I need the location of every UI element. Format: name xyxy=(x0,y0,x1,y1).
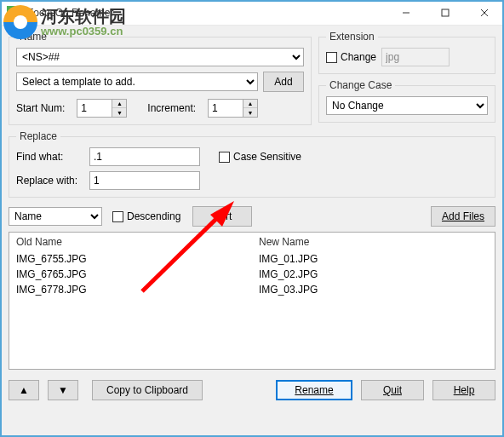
increment-input[interactable] xyxy=(208,99,243,118)
close-button[interactable] xyxy=(465,0,504,25)
replace-with-label: Replace with: xyxy=(16,175,83,187)
spin-up-icon[interactable]: ▲ xyxy=(112,100,126,108)
find-what-label: Find what: xyxy=(16,151,83,163)
sort-field-select[interactable]: Name xyxy=(9,207,102,226)
spin-down-icon[interactable]: ▼ xyxy=(112,108,126,117)
start-num-label: Start Num: xyxy=(16,102,65,114)
list-item[interactable]: IMG_02.JPG xyxy=(259,267,488,282)
name-group: Name <NS>## Select a template to add. Ad… xyxy=(9,31,312,125)
svg-rect-1 xyxy=(442,9,449,16)
rename-button[interactable]: Rename xyxy=(276,380,352,400)
find-what-input[interactable] xyxy=(89,147,200,166)
extension-input xyxy=(381,48,450,66)
triangle-down-icon: ▼ xyxy=(58,384,68,396)
replace-group: Replace Find what: Case Sensitive Replac… xyxy=(9,130,495,198)
list-item[interactable]: IMG_6778.JPG xyxy=(16,282,245,297)
list-item[interactable]: IMG_01.JPG xyxy=(259,251,488,267)
extension-group: Extension Change xyxy=(318,31,495,74)
triangle-up-icon: ▲ xyxy=(19,384,29,396)
list-item[interactable]: IMG_6755.JPG xyxy=(16,251,245,267)
increment-label: Increment: xyxy=(147,102,196,114)
descending-checkbox[interactable]: Descending xyxy=(112,210,180,222)
change-case-select[interactable]: No Change xyxy=(326,96,488,115)
add-template-button[interactable]: Add xyxy=(263,72,304,92)
change-ext-checkbox[interactable]: Change xyxy=(326,51,376,63)
replace-with-input[interactable] xyxy=(89,171,200,190)
start-num-spinner[interactable]: ▲▼ xyxy=(77,99,127,118)
replace-group-legend: Replace xyxy=(16,130,60,142)
file-list[interactable]: Old Name IMG_6755.JPG IMG_6765.JPG IMG_6… xyxy=(9,232,495,370)
case-sensitive-checkbox[interactable]: Case Sensitive xyxy=(219,151,301,163)
move-down-button[interactable]: ▼ xyxy=(48,380,78,400)
quit-button[interactable]: Quit xyxy=(361,380,424,400)
new-name-header: New Name xyxy=(259,236,488,248)
title-bar: RE FocusOn Renamer xyxy=(0,0,504,26)
start-num-input[interactable] xyxy=(77,99,112,118)
increment-spinner[interactable]: ▲▼ xyxy=(208,99,258,118)
extension-group-legend: Extension xyxy=(326,31,378,43)
template-select[interactable]: Select a template to add. xyxy=(16,72,258,91)
move-up-button[interactable]: ▲ xyxy=(9,380,39,400)
name-group-legend: Name xyxy=(16,31,50,43)
sort-button[interactable]: Sort xyxy=(192,206,252,227)
spin-down-icon[interactable]: ▼ xyxy=(243,108,257,117)
maximize-button[interactable] xyxy=(426,0,465,25)
list-item[interactable]: IMG_6765.JPG xyxy=(16,267,245,282)
minimize-button[interactable] xyxy=(387,0,426,25)
copy-clipboard-button[interactable]: Copy to Clipboard xyxy=(92,380,203,400)
change-case-legend: Change Case xyxy=(326,79,395,91)
add-files-button[interactable]: Add Files xyxy=(431,206,495,227)
window-title: FocusOn Renamer xyxy=(27,7,387,19)
name-pattern-select[interactable]: <NS>## xyxy=(16,48,304,66)
list-item[interactable]: IMG_03.JPG xyxy=(259,282,488,297)
spin-up-icon[interactable]: ▲ xyxy=(243,100,257,108)
app-icon: RE xyxy=(7,6,20,20)
help-button[interactable]: Help xyxy=(432,380,495,400)
old-name-header: Old Name xyxy=(16,236,245,248)
change-case-group: Change Case No Change xyxy=(318,79,495,123)
